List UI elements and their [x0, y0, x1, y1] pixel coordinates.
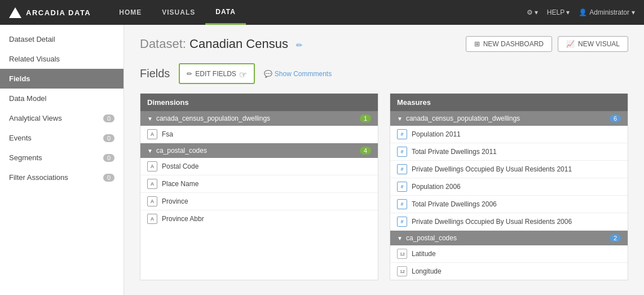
measure-icon: #	[397, 129, 407, 139]
nav-visuals[interactable]: VISUALS	[152, 0, 205, 25]
nav-right: ⚙ ▾ HELP ▾ 👤 Administrator ▾	[527, 8, 636, 16]
measures-table: Measures ▼ canada_census_population_dwel…	[390, 93, 628, 280]
events-badge: 0	[103, 134, 114, 142]
nav-data[interactable]: DATA	[205, 0, 246, 25]
dimension-icon: A	[147, 214, 157, 224]
sidebar-item-data-model[interactable]: Data Model	[0, 89, 123, 108]
dimension-icon: A	[147, 161, 157, 171]
group1-count-badge: 1	[360, 115, 371, 122]
chevron-down-icon: ▼	[147, 116, 153, 122]
visual-icon: 📈	[566, 40, 575, 48]
show-comments-link[interactable]: 💬 Show Commments	[264, 70, 332, 78]
measures-group2-count-badge: 2	[610, 234, 621, 242]
logo-triangle-icon	[9, 7, 21, 18]
analytical-views-badge: 0	[103, 115, 114, 122]
dimensions-table: Dimensions ▼ canada_census_population_dw…	[140, 93, 378, 280]
chevron-down-icon: ▼	[147, 148, 153, 154]
segments-badge: 0	[103, 154, 114, 162]
list-item: # Private Dwellings Occupied By Usual Re…	[390, 161, 628, 178]
app-body: Dataset Detail Related Visuals Fields Da…	[0, 25, 644, 295]
header-buttons: ⊞ NEW DASHBOARD 📈 NEW VISUAL	[466, 36, 628, 52]
logo: ARCADIA DATA	[9, 7, 91, 18]
fields-header: Fields ✏ EDIT FIELDS ☞ 💬 Show Commments	[140, 63, 628, 84]
help-menu[interactable]: HELP ▾	[547, 8, 570, 16]
list-item: A Place Name	[140, 175, 378, 193]
list-item: # Population 2011	[390, 126, 628, 143]
chevron-down-icon: ▼	[397, 235, 403, 241]
sidebar-item-dataset-detail[interactable]: Dataset Detail	[0, 29, 123, 49]
list-item: 1.2 Latitude	[390, 245, 628, 263]
chevron-down-icon: ▼	[397, 116, 403, 122]
list-item: A Fsa	[140, 126, 378, 143]
list-item: A Province	[140, 193, 378, 210]
measures-group1-count-badge: 6	[610, 115, 621, 122]
list-item: # Private Dwellings Occupied By Usual Re…	[390, 213, 628, 231]
sidebar-item-fields[interactable]: Fields	[0, 69, 123, 89]
list-item: 1.2 Longitude	[390, 263, 628, 280]
edit-fields-pencil-icon: ✏	[187, 70, 192, 78]
dimension-icon: A	[147, 179, 157, 189]
measures-group-2-header[interactable]: ▼ ca_postal_codes 2	[390, 231, 628, 245]
measure-icon: #	[397, 217, 407, 227]
list-item: # Total Private Dwellings 2006	[390, 196, 628, 213]
measure-icon: #	[397, 182, 407, 192]
measures-header: Measures	[390, 94, 628, 111]
tables-grid: Dimensions ▼ canada_census_population_dw…	[140, 93, 628, 280]
dimension-icon: A	[147, 129, 157, 139]
sidebar-item-related-visuals[interactable]: Related Visuals	[0, 49, 123, 69]
sidebar-item-analytical-views[interactable]: Analytical Views 0	[0, 108, 123, 128]
comment-icon: 💬	[264, 70, 272, 78]
top-nav: ARCADIA DATA HOME VISUALS DATA ⚙ ▾ HELP …	[0, 0, 644, 25]
filter-associations-badge: 0	[103, 174, 114, 182]
latlong-icon: 1.2	[397, 266, 407, 276]
list-item: A Province Abbr	[140, 210, 378, 227]
dimension-icon: A	[147, 196, 157, 206]
new-visual-button[interactable]: 📈 NEW VISUAL	[558, 36, 628, 52]
dataset-title: Dataset: Canadian Census ✏	[140, 37, 303, 51]
group2-count-badge: 4	[360, 147, 371, 155]
cursor-icon: ☞	[239, 69, 247, 80]
measure-icon: #	[397, 164, 407, 174]
dashboard-icon: ⊞	[474, 40, 480, 48]
settings-menu[interactable]: ⚙ ▾	[527, 8, 538, 16]
measure-icon: #	[397, 199, 407, 209]
new-dashboard-button[interactable]: ⊞ NEW DASHBOARD	[466, 36, 552, 52]
latlong-icon: 1.2	[397, 249, 407, 259]
main-content: Dataset: Canadian Census ✏ ⊞ NEW DASHBOA…	[124, 25, 644, 295]
measure-icon: #	[397, 147, 407, 157]
dataset-edit-icon[interactable]: ✏	[296, 41, 303, 50]
fields-title: Fields	[140, 67, 170, 80]
sidebar-item-filter-associations[interactable]: Filter Associations 0	[0, 168, 123, 187]
sidebar: Dataset Detail Related Visuals Fields Da…	[0, 25, 124, 295]
nav-links: HOME VISUALS DATA	[109, 0, 526, 25]
dimensions-group-1-header[interactable]: ▼ canada_census_population_dwellings 1	[140, 111, 378, 126]
dimensions-header: Dimensions	[140, 94, 378, 111]
sidebar-item-events[interactable]: Events 0	[0, 128, 123, 148]
list-item: A Postal Code	[140, 158, 378, 175]
user-menu[interactable]: 👤 Administrator ▾	[579, 8, 635, 16]
list-item: # Total Private Dwellings 2011	[390, 143, 628, 161]
edit-fields-button[interactable]: ✏ EDIT FIELDS ☞	[179, 63, 254, 84]
sidebar-item-segments[interactable]: Segments 0	[0, 148, 123, 168]
logo-text: ARCADIA DATA	[26, 8, 91, 17]
nav-home[interactable]: HOME	[109, 0, 152, 25]
list-item: # Population 2006	[390, 178, 628, 196]
dimensions-group-2-header[interactable]: ▼ ca_postal_codes 4	[140, 143, 378, 158]
measures-group-1-header[interactable]: ▼ canada_census_population_dwellings 6	[390, 111, 628, 126]
dataset-header: Dataset: Canadian Census ✏ ⊞ NEW DASHBOA…	[140, 36, 628, 52]
